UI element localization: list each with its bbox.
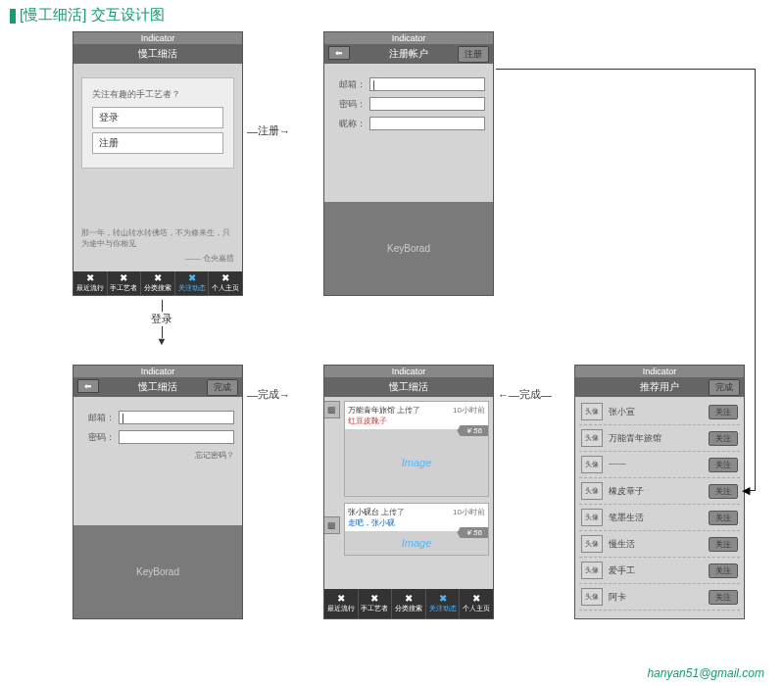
- welcome-prompt: 关注有趣的手工艺者？: [92, 88, 223, 101]
- page-title: [慢工细活] 交互设计图: [10, 6, 165, 24]
- price-tag: ¥ 56: [457, 425, 488, 436]
- tab-profile[interactable]: 个人主页: [460, 589, 493, 618]
- keyboard-placeholder: KeyBorad: [74, 525, 242, 618]
- titlebar: 慢工细活 完成: [74, 377, 242, 397]
- tab-icon: [472, 594, 480, 604]
- feed-work-title: 红豆皮靴子: [348, 416, 485, 426]
- flow-arrow-done-2: ←—完成—: [498, 387, 552, 402]
- register-submit-button[interactable]: 注册: [458, 46, 489, 63]
- tab-icon: [188, 273, 196, 283]
- status-indicator: Indicator: [74, 32, 242, 44]
- user-row: 头像慢生活关注: [579, 531, 740, 558]
- user-name: 阿卡: [609, 591, 709, 604]
- tabbar: 最近流行 手工艺者 分类搜索 关注动态 个人主页: [74, 271, 242, 295]
- email-field[interactable]: [119, 411, 234, 424]
- nickname-field[interactable]: [369, 117, 485, 130]
- footer-email: hanyan51@gmail.com: [647, 666, 764, 680]
- login-button[interactable]: 登录: [92, 107, 223, 128]
- user-row: 头像一一关注: [579, 452, 740, 478]
- follow-button[interactable]: 关注: [709, 537, 738, 552]
- tab-icon: [370, 594, 378, 604]
- avatar-icon: 头像: [581, 429, 603, 447]
- password-label: 密码：: [332, 98, 366, 111]
- back-button[interactable]: [328, 46, 350, 60]
- tab-icon: [221, 273, 229, 283]
- email-label: 邮箱：: [81, 412, 115, 424]
- password-field[interactable]: [119, 430, 234, 444]
- register-button[interactable]: 注册: [92, 132, 223, 154]
- password-field[interactable]: [369, 97, 485, 111]
- follow-button[interactable]: 关注: [709, 511, 738, 525]
- user-name: 笔墨生活: [609, 512, 709, 524]
- quote: 那一年，转山转水转佛塔，不为修来生，只为途中与你相见 —— 仓央嘉措: [81, 227, 234, 264]
- tab-icon: [154, 273, 162, 283]
- avatar-icon: ▩: [324, 516, 340, 534]
- keyboard-placeholder: KeyBorad: [324, 202, 493, 295]
- avatar-icon: 头像: [581, 456, 603, 473]
- tab-search[interactable]: 分类搜索: [392, 589, 426, 618]
- page-title-text: [慢工细活] 交互设计图: [20, 6, 165, 23]
- tab-search[interactable]: 分类搜索: [141, 271, 175, 295]
- feed-work-title: 走吧，张小砚: [348, 517, 485, 528]
- flow-arrowhead: ◀: [742, 484, 750, 497]
- tab-recent[interactable]: 最近流行: [74, 271, 108, 295]
- follow-button[interactable]: 关注: [709, 590, 738, 605]
- tab-follow[interactable]: 关注动态: [175, 271, 210, 295]
- follow-button[interactable]: 关注: [709, 405, 738, 419]
- email-label: 邮箱：: [332, 78, 366, 91]
- titlebar: 慢工细活: [324, 377, 493, 397]
- follow-button[interactable]: 关注: [709, 564, 738, 578]
- user-name: 万能青年旅馆: [609, 432, 709, 445]
- title-bar-accent: [10, 9, 16, 24]
- tab-profile[interactable]: 个人主页: [209, 271, 242, 295]
- titlebar: 注册帐户 注册: [324, 44, 493, 64]
- flow-connector: [496, 69, 756, 70]
- user-name: 爱手工: [609, 564, 709, 577]
- avatar-icon: 头像: [581, 535, 603, 553]
- tab-icon: [86, 273, 94, 283]
- done-button[interactable]: 完成: [709, 379, 740, 396]
- feed-item[interactable]: 张小砚台 上传了 10小时前 走吧，张小砚 ¥ 56 Image: [344, 503, 489, 556]
- price-tag: ¥ 56: [457, 527, 488, 538]
- user-name: 橡皮章子: [609, 485, 709, 498]
- avatar-icon: 头像: [581, 588, 603, 606]
- user-row: 头像阿卡关注: [579, 584, 740, 611]
- follow-button[interactable]: 关注: [709, 458, 738, 472]
- screen-welcome: Indicator 慢工细活 关注有趣的手工艺者？ 登录 注册 那一年，转山转水…: [73, 31, 243, 296]
- user-row: 头像张小宣关注: [579, 399, 740, 425]
- screen-feed: Indicator 慢工细活 ▩ 万能青年旅馆 上传了 10小时前 红豆皮靴子 …: [323, 365, 494, 619]
- user-name: 一一: [609, 459, 709, 471]
- tab-artisan[interactable]: 手工艺者: [108, 271, 142, 295]
- tab-follow[interactable]: 关注动态: [426, 589, 461, 618]
- flow-arrow-register: —注册→: [247, 123, 290, 138]
- user-row: 头像爱手工关注: [579, 558, 740, 584]
- avatar-icon: ▩: [324, 401, 340, 418]
- tab-icon: [120, 273, 127, 283]
- forgot-password-link[interactable]: 忘记密码？: [81, 450, 234, 461]
- tab-artisan[interactable]: 手工艺者: [359, 589, 393, 618]
- screen-login: Indicator 慢工细活 完成 邮箱： 密码： 忘记密码？ KeyBorad: [73, 365, 243, 619]
- titlebar: 推荐用户 完成: [575, 377, 744, 397]
- tab-icon: [337, 594, 345, 604]
- user-row: 头像橡皮章子关注: [579, 478, 740, 505]
- follow-button[interactable]: 关注: [709, 484, 738, 499]
- tab-icon: [405, 594, 413, 604]
- status-indicator: Indicator: [324, 32, 493, 44]
- screen-recommend: Indicator 推荐用户 完成 头像张小宣关注头像万能青年旅馆关注头像一一关…: [574, 365, 745, 619]
- status-indicator: Indicator: [575, 366, 744, 377]
- done-button[interactable]: 完成: [207, 379, 238, 396]
- feed-image-placeholder: ¥ 56 Image: [345, 531, 488, 555]
- flow-arrow-done-1: —完成→: [247, 387, 290, 402]
- password-label: 密码：: [81, 431, 115, 444]
- welcome-card: 关注有趣的手工艺者？ 登录 注册: [81, 77, 234, 169]
- tab-recent[interactable]: 最近流行: [324, 589, 359, 618]
- user-name: 张小宣: [609, 406, 709, 418]
- feed-item[interactable]: 万能青年旅馆 上传了 10小时前 红豆皮靴子 ¥ 56 Image: [344, 401, 489, 497]
- follow-button[interactable]: 关注: [709, 431, 738, 446]
- avatar-icon: 头像: [581, 509, 603, 526]
- status-indicator: Indicator: [74, 366, 242, 377]
- avatar-icon: 头像: [581, 482, 603, 500]
- email-field[interactable]: [369, 77, 485, 91]
- back-button[interactable]: [77, 379, 99, 393]
- tabbar: 最近流行 手工艺者 分类搜索 关注动态 个人主页: [324, 589, 493, 618]
